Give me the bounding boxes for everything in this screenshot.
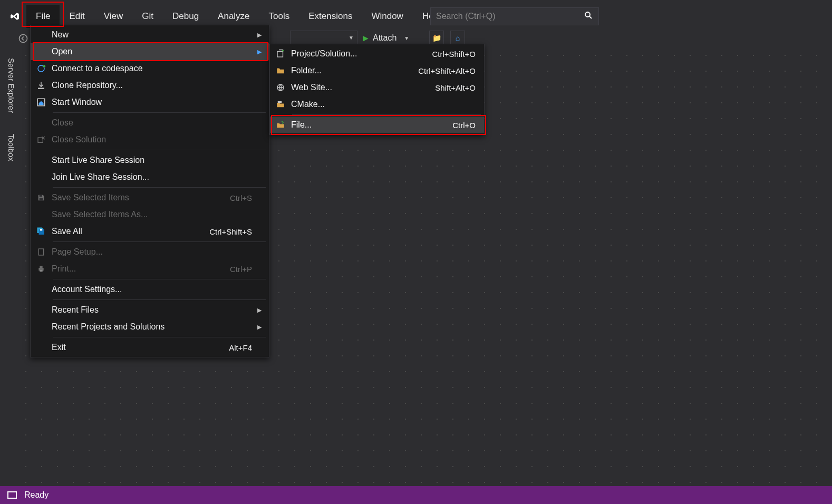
menu-item-shortcut: Shift+Alt+O xyxy=(435,83,476,92)
server-explorer-tab[interactable]: Server Explorer xyxy=(2,55,16,116)
config-dropdown[interactable]: ▼ xyxy=(290,31,357,44)
file-menu-item[interactable]: Connect to a codespace xyxy=(31,60,269,77)
file-menu-item[interactable]: Join Live Share Session... xyxy=(31,169,269,186)
file-menu-item[interactable]: Start Window xyxy=(31,94,269,111)
svg-rect-7 xyxy=(38,138,43,142)
menu-separator xyxy=(53,112,266,113)
file-menu-item: Print...Ctrl+P xyxy=(31,260,269,277)
file-menu-item[interactable]: Open▶ xyxy=(31,43,269,60)
menu-item-label: Save Selected Items As... xyxy=(52,210,255,219)
search-input[interactable]: Search (Ctrl+Q) xyxy=(430,7,599,25)
open-menu-item[interactable]: Project/Solution...Ctrl+Shift+O xyxy=(270,45,484,62)
file-menu-item: Close Solution xyxy=(31,131,269,148)
print-icon xyxy=(31,265,52,273)
status-ready: Ready xyxy=(24,490,49,500)
toolbar-mini: 📁 ⌂ xyxy=(429,31,465,45)
submenu-arrow-icon: ▶ xyxy=(255,324,264,331)
menu-extensions[interactable]: Extensions xyxy=(299,5,362,28)
svg-rect-11 xyxy=(40,198,43,201)
menu-item-label: CMake... xyxy=(291,100,479,109)
menu-separator xyxy=(53,150,266,150)
svg-rect-20 xyxy=(278,101,282,103)
menu-item-label: Clone Repository... xyxy=(52,81,255,90)
svg-rect-13 xyxy=(38,249,43,255)
search-placeholder: Search (Ctrl+Q) xyxy=(436,12,495,21)
file-icon xyxy=(270,120,291,130)
toolbox-tab[interactable]: Toolbox xyxy=(2,131,16,164)
play-icon: ▶ xyxy=(363,34,369,42)
page-icon xyxy=(31,248,52,256)
open-menu-item[interactable]: Folder...Ctrl+Shift+Alt+O xyxy=(270,62,484,79)
file-menu-item: Save Selected Items As... xyxy=(31,206,269,223)
file-menu-item[interactable]: Clone Repository... xyxy=(31,77,269,94)
svg-rect-12 xyxy=(40,229,43,231)
menu-item-label: Save All xyxy=(52,227,209,236)
svg-rect-16 xyxy=(40,270,42,272)
cmake-icon xyxy=(270,100,291,109)
menu-item-shortcut: Ctrl+O xyxy=(452,121,476,130)
close-solution-icon xyxy=(31,135,52,144)
menu-item-label: Start Live Share Session xyxy=(52,156,255,165)
svg-rect-5 xyxy=(38,88,44,89)
menu-item-label: File... xyxy=(291,120,452,130)
attach-button[interactable]: ▶ Attach ▼ xyxy=(363,31,409,45)
folder-tool-icon[interactable]: 📁 xyxy=(429,31,444,45)
menu-window[interactable]: Window xyxy=(362,5,412,28)
menu-item-label: Print... xyxy=(52,264,230,274)
svg-point-4 xyxy=(43,65,46,67)
menu-item-shortcut: Ctrl+P xyxy=(230,265,252,274)
menu-separator xyxy=(53,187,266,188)
back-icon[interactable] xyxy=(18,33,28,46)
svg-point-2 xyxy=(20,35,27,43)
file-menu-item[interactable]: Save AllCtrl+Shift+S xyxy=(31,223,269,240)
menu-item-label: Folder... xyxy=(291,66,418,75)
menu-item-shortcut: Ctrl+Shift+O xyxy=(432,50,476,59)
file-menu-item: Page Setup... xyxy=(31,244,269,260)
clone-icon xyxy=(31,81,52,90)
menu-item-label: Connect to a codespace xyxy=(52,64,255,73)
menu-item-shortcut: Ctrl+Shift+Alt+O xyxy=(418,66,476,75)
menu-item-label: Page Setup... xyxy=(52,247,255,257)
file-menu-item[interactable]: ExitAlt+F4 xyxy=(31,339,269,356)
menu-item-label: New xyxy=(52,30,255,40)
menu-separator xyxy=(53,299,266,300)
home-icon xyxy=(31,98,52,107)
file-menu-item: Save Selected ItemsCtrl+S xyxy=(31,189,269,206)
menu-item-shortcut: Ctrl+S xyxy=(230,193,252,202)
file-menu-item[interactable]: Recent Projects and Solutions▶ xyxy=(31,318,269,335)
svg-point-18 xyxy=(282,50,284,52)
vs-logo-icon xyxy=(3,5,26,28)
menu-item-label: Account Settings... xyxy=(52,285,255,294)
folder-icon xyxy=(270,66,291,75)
open-submenu: Project/Solution...Ctrl+Shift+OFolder...… xyxy=(269,44,485,135)
menu-separator xyxy=(53,241,266,242)
file-menu-item[interactable]: Recent Files▶ xyxy=(31,302,269,318)
menu-item-shortcut: Ctrl+Shift+S xyxy=(209,227,252,236)
submenu-arrow-icon: ▶ xyxy=(255,49,264,55)
open-menu-item[interactable]: CMake... xyxy=(270,96,484,113)
menu-item-shortcut: Alt+F4 xyxy=(229,343,252,352)
chevron-down-icon: ▼ xyxy=(349,35,354,41)
svg-rect-15 xyxy=(40,266,42,268)
file-menu-item[interactable]: Account Settings... xyxy=(31,281,269,298)
project-icon xyxy=(270,49,291,59)
menu-separator xyxy=(292,114,481,115)
menu-item-label: Exit xyxy=(52,343,229,352)
attach-label: Attach xyxy=(373,33,396,43)
file-menu-item[interactable]: Start Live Share Session xyxy=(31,152,269,169)
open-menu-item[interactable]: File...Ctrl+O xyxy=(270,117,484,133)
menu-separator xyxy=(53,337,266,337)
menu-item-label: Close xyxy=(52,118,255,128)
svg-rect-10 xyxy=(40,195,42,197)
svg-rect-17 xyxy=(277,52,283,57)
home-tool-icon[interactable]: ⌂ xyxy=(450,31,465,45)
chevron-down-icon: ▼ xyxy=(404,35,409,41)
menu-separator xyxy=(53,279,266,279)
menu-item-label: Web Site... xyxy=(291,83,435,92)
file-menu-item[interactable]: New▶ xyxy=(31,26,269,43)
menu-item-label: Start Window xyxy=(52,98,255,107)
submenu-arrow-icon: ▶ xyxy=(255,307,264,314)
open-menu-item[interactable]: Web Site...Shift+Alt+O xyxy=(270,79,484,96)
menu-item-label: Recent Files xyxy=(52,305,255,315)
web-icon xyxy=(270,83,291,92)
